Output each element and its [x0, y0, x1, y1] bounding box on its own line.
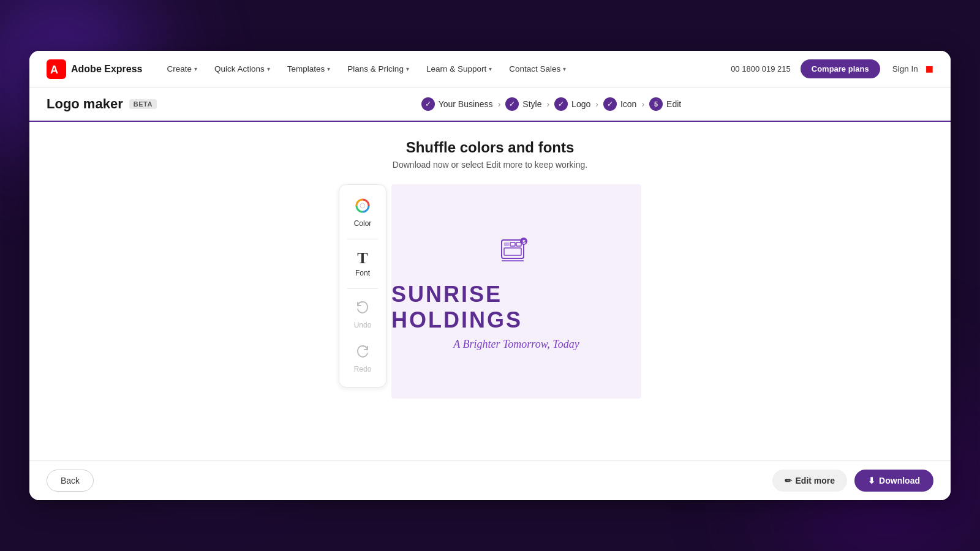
- svg-point-3: [360, 203, 365, 208]
- breadcrumb: ✓ Your Business › ✓ Style › ✓ Logo › ✓ I…: [169, 97, 933, 111]
- font-tool-label: Font: [355, 269, 370, 277]
- content-subtitle: Download now or select Edit more to keep…: [393, 160, 587, 170]
- footer-right: ✏ Edit more ⬇ Download: [772, 470, 933, 492]
- adobe-express-logo-icon: A: [47, 59, 66, 79]
- undo-icon: [355, 300, 370, 318]
- nav-templates[interactable]: Templates ▾: [280, 61, 338, 77]
- navbar: A Adobe Express Create ▾ Quick Actions ▾…: [29, 51, 951, 88]
- color-wheel-icon: [355, 198, 370, 217]
- chevron-down-icon: ▾: [489, 66, 492, 72]
- logo-icon-graphic: $: [497, 233, 536, 272]
- redo-icon: [355, 344, 370, 362]
- tool-undo[interactable]: Undo: [342, 294, 383, 335]
- nav-quick-actions[interactable]: Quick Actions ▾: [207, 61, 277, 77]
- sub-header: Logo maker BETA ✓ Your Business › ✓ Styl…: [29, 88, 951, 122]
- adobe-icon: ■: [925, 61, 933, 77]
- check-icon: ✓: [603, 97, 617, 111]
- tool-font[interactable]: T Font: [342, 244, 383, 283]
- tool-color[interactable]: Color: [342, 192, 383, 234]
- svg-rect-8: [504, 248, 521, 255]
- redo-tool-label: Redo: [354, 365, 372, 373]
- breadcrumb-step-edit[interactable]: 5 Edit: [649, 97, 681, 111]
- check-icon: ✓: [421, 97, 435, 111]
- tool-redo[interactable]: Redo: [342, 338, 383, 380]
- chevron-down-icon: ▾: [194, 66, 197, 72]
- logo-text: Adobe Express: [71, 64, 142, 75]
- logo-tagline: A Brighter Tomorrow, Today: [453, 338, 579, 351]
- chevron-down-icon: ▾: [563, 66, 566, 72]
- nav-items: Create ▾ Quick Actions ▾ Templates ▾ Pla…: [159, 61, 731, 77]
- logo-canvas: $ SUNRISE HOLDINGS A Brighter Tomorrow, …: [391, 184, 641, 399]
- pencil-icon: ✏: [785, 476, 792, 485]
- breadcrumb-arrow: ›: [546, 99, 549, 109]
- phone-number: 00 1800 019 215: [731, 64, 791, 73]
- content-title: Shuffle colors and fonts: [406, 139, 575, 156]
- breadcrumb-step-icon[interactable]: ✓ Icon: [603, 97, 636, 111]
- company-name: SUNRISE HOLDINGS: [391, 282, 641, 333]
- svg-rect-5: [504, 242, 509, 246]
- step-number: 5: [649, 97, 663, 111]
- nav-plans-pricing[interactable]: Plans & Pricing ▾: [340, 61, 417, 77]
- breadcrumb-arrow: ›: [498, 99, 501, 109]
- chevron-down-icon: ▾: [327, 66, 330, 72]
- chevron-down-icon: ▾: [406, 66, 409, 72]
- compare-plans-button[interactable]: Compare plans: [801, 59, 880, 78]
- check-icon: ✓: [554, 97, 568, 111]
- content-area: Shuffle colors and fonts Download now or…: [29, 122, 951, 460]
- breadcrumb-step-your-business[interactable]: ✓ Your Business: [421, 97, 493, 111]
- nav-learn-support[interactable]: Learn & Support ▾: [419, 61, 499, 77]
- breadcrumb-step-logo[interactable]: ✓ Logo: [554, 97, 590, 111]
- nav-create[interactable]: Create ▾: [159, 61, 205, 77]
- svg-text:A: A: [50, 64, 58, 76]
- breadcrumb-step-style[interactable]: ✓ Style: [505, 97, 541, 111]
- logo[interactable]: A Adobe Express: [47, 59, 142, 79]
- page-title: Logo maker: [47, 96, 123, 112]
- download-icon: ⬇: [868, 476, 875, 485]
- color-tool-label: Color: [354, 219, 372, 228]
- font-icon: T: [357, 250, 368, 266]
- svg-text:$: $: [522, 239, 526, 245]
- editor-row: Color T Font Undo: [29, 184, 951, 399]
- undo-tool-label: Undo: [354, 321, 372, 329]
- svg-rect-6: [510, 242, 515, 246]
- footer: Back ✏ Edit more ⬇ Download: [29, 460, 951, 500]
- main-card: A Adobe Express Create ▾ Quick Actions ▾…: [29, 51, 951, 500]
- beta-badge: BETA: [129, 99, 157, 109]
- download-button[interactable]: ⬇ Download: [854, 470, 933, 492]
- sign-in-link[interactable]: Sign In: [892, 64, 918, 73]
- chevron-down-icon: ▾: [267, 66, 270, 72]
- back-button[interactable]: Back: [47, 470, 94, 492]
- tool-divider: [347, 288, 378, 289]
- tools-sidebar: Color T Font Undo: [339, 184, 386, 388]
- breadcrumb-arrow: ›: [595, 99, 598, 109]
- check-icon: ✓: [505, 97, 519, 111]
- breadcrumb-arrow: ›: [641, 99, 644, 109]
- tool-divider: [347, 239, 378, 239]
- edit-more-button[interactable]: ✏ Edit more: [772, 470, 848, 492]
- nav-contact-sales[interactable]: Contact Sales ▾: [502, 61, 573, 77]
